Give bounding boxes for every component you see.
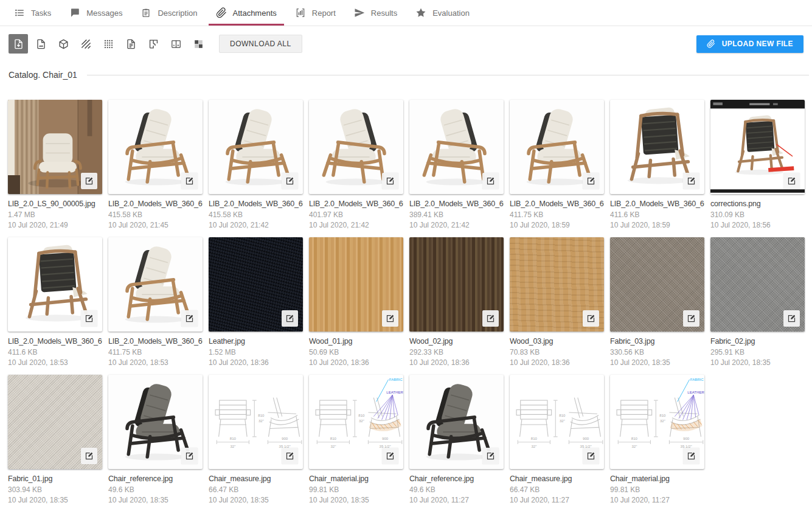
file-name: LIB_2.0_Models_WB_360_60f... [610,200,704,208]
file-name: corrections.png [710,200,805,208]
file-name: Chair_reference.jpg [409,474,504,483]
file-thumbnail[interactable] [610,237,704,332]
top-tab-bar: Tasks Messages Description Attachments R… [0,0,812,26]
file-size: 411.75 KB [108,348,203,356]
file-thumbnail[interactable] [309,100,403,194]
tab-attachments[interactable]: Attachments [207,0,286,26]
edit-file-button[interactable] [683,448,699,464]
tab-description[interactable]: Description [131,0,206,26]
file-size: 295.91 KB [710,348,805,356]
paperclip-icon [707,40,715,48]
halftone-dots-icon [103,38,114,50]
edit-file-button[interactable] [382,448,398,464]
edit-pencil-icon [285,176,294,186]
edit-file-button[interactable] [181,448,198,464]
filter-file-download[interactable] [9,34,28,54]
file-thumbnail[interactable] [610,100,704,194]
edit-file-button[interactable] [81,173,97,189]
file-date: 10 Jul 2020, 18:36 [209,358,303,367]
download-all-button[interactable]: DOWNLOAD ALL [219,35,302,53]
edit-file-button[interactable] [482,448,499,464]
file-size: 401.97 KB [309,210,403,219]
edit-file-button[interactable] [282,173,298,189]
file-size: 1.52 MB [209,348,303,356]
file-thumbnail[interactable] [108,375,203,469]
paperclip-icon [216,7,227,18]
file-name: LIB_2.0_Models_WB_360_60... [209,200,303,208]
filter-patterns[interactable] [99,34,118,54]
edit-file-button[interactable] [282,448,298,464]
tab-report[interactable]: Report [286,0,345,26]
tab-label: Report [312,9,336,18]
filter-swatches[interactable] [189,34,208,54]
file-thumbnail[interactable] [510,100,604,194]
file-thumbnail[interactable] [8,375,102,469]
file-thumbnail[interactable] [409,375,504,469]
file-thumbnail[interactable] [209,375,303,469]
file-thumbnail[interactable]: FABRIC LEATHER [610,375,704,469]
file-thumbnail[interactable] [108,237,203,332]
upload-button-label: UPLOAD NEW FILE [722,40,793,48]
edit-file-button[interactable] [181,173,198,189]
filter-3d-models[interactable] [54,34,73,54]
edit-file-button[interactable] [583,448,599,464]
file-thumbnail[interactable] [8,100,102,194]
edit-pencil-icon [687,176,696,186]
file-thumbnail[interactable] [409,237,504,332]
file-date: 10 Jul 2020, 18:35 [309,496,403,504]
edit-file-button[interactable] [683,310,699,327]
file-thumbnail[interactable] [510,237,604,332]
file-thumbnail[interactable] [8,237,102,332]
section-divider [87,75,809,75]
filter-floorplans[interactable] [144,34,163,54]
edit-file-button[interactable] [382,173,398,189]
file-thumbnail[interactable] [209,237,303,332]
edit-pencil-icon [185,314,194,323]
filter-materials[interactable] [76,34,95,54]
file-thumbnail[interactable] [710,237,805,332]
file-thumbnail[interactable] [409,100,504,194]
file-thumbnail[interactable] [209,100,303,194]
edit-file-button[interactable] [583,310,599,327]
edit-pencil-icon [787,176,796,186]
tab-messages[interactable]: Messages [60,0,131,26]
file-date: 10 Jul 2020, 18:36 [409,358,504,367]
image-file-icon [35,38,47,50]
edit-pencil-icon [85,176,94,186]
upload-new-file-button[interactable]: UPLOAD NEW FILE [696,35,803,53]
edit-file-button[interactable] [282,310,298,327]
file-thumbnail[interactable] [108,100,203,194]
document-notes-icon [125,38,137,50]
tab-results[interactable]: Results [345,0,406,26]
file-name: Chair_reference.jpg [108,474,203,483]
filter-documents[interactable] [121,34,141,54]
file-size: 49.6 KB [108,485,203,494]
file-date: 10 Jul 2020, 11:27 [409,496,504,504]
file-date: 10 Jul 2020, 18:36 [309,358,403,367]
edit-file-button[interactable] [81,310,97,327]
tab-tasks[interactable]: Tasks [5,0,60,26]
filter-references[interactable] [166,34,186,54]
file-name: LIB_2.0_Models_WB_360_60f... [510,200,604,208]
file-date: 10 Jul 2020, 18:35 [610,358,704,367]
edit-file-button[interactable] [482,173,499,189]
edit-pencil-icon [586,314,595,323]
checker-swatch-icon [193,38,204,50]
filter-images[interactable] [31,34,50,54]
edit-file-button[interactable] [482,310,499,327]
edit-file-button[interactable] [683,173,699,189]
edit-pencil-icon [285,451,294,461]
edit-file-button[interactable] [583,173,599,189]
file-thumbnail[interactable] [710,100,805,194]
edit-file-button[interactable] [181,310,198,327]
edit-file-button[interactable] [382,310,398,327]
file-card: LIB_2.0_Models_WB_360_60f... 411.75 KB 1… [510,100,604,229]
file-name: Chair_measure.jpg [209,474,303,483]
edit-file-button[interactable] [81,448,97,464]
file-thumbnail[interactable] [510,375,604,469]
file-thumbnail[interactable]: FABRIC LEATHER [309,375,403,469]
tab-evaluation[interactable]: Evaluation [406,0,479,26]
edit-file-button[interactable] [783,173,800,189]
file-thumbnail[interactable] [309,237,403,332]
edit-file-button[interactable] [783,310,800,327]
